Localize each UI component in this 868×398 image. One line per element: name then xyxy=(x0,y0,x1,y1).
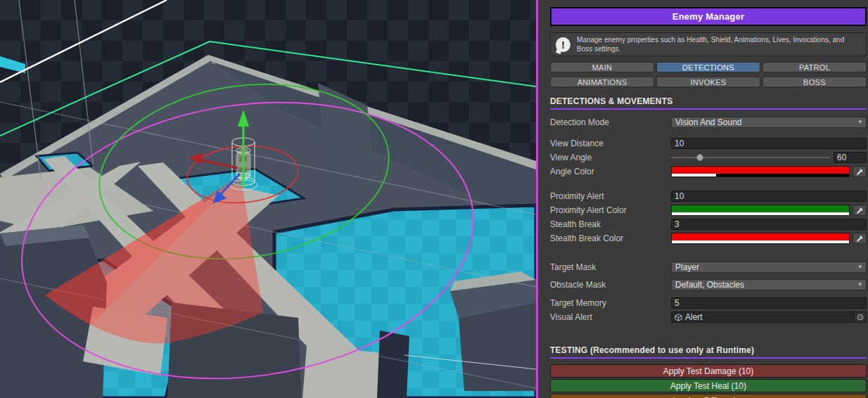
chevron-down-icon: ▾ xyxy=(858,281,862,288)
stealth-break-label: Stealth Break xyxy=(550,219,671,229)
target-memory-input[interactable]: 5 xyxy=(671,297,867,309)
view-angle-input[interactable]: 60 xyxy=(834,152,867,163)
row-visual-alert: Visual Alert Alert ⊙ xyxy=(550,312,867,323)
row-stealth-break-color: Stealth Break Color xyxy=(550,233,867,244)
inspector-panel: Enemy Manager ! Manage enemy properties … xyxy=(538,0,868,398)
row-proximity-alert: Proximity Alert 10 xyxy=(550,191,867,202)
angle-color-swatch[interactable] xyxy=(671,166,850,177)
tab-main[interactable]: MAIN xyxy=(550,62,654,72)
object-picker-icon[interactable]: ⊙ xyxy=(854,312,866,322)
detection-mode-label: Detection Mode xyxy=(550,117,671,127)
enemy-manager-title: Enemy Manager xyxy=(672,11,744,22)
proximity-alert-color-swatch[interactable] xyxy=(671,205,850,216)
view-distance-input[interactable]: 10 xyxy=(671,138,867,149)
chevron-down-icon: ▾ xyxy=(858,118,862,125)
row-target-mask: Target Mask Player ▾ xyxy=(550,262,867,273)
visual-alert-label: Visual Alert xyxy=(550,312,671,322)
apply-test-heal-button[interactable]: Apply Test Heal (10) xyxy=(550,379,867,392)
view-angle-label: View Angle xyxy=(550,153,671,162)
stealth-break-input[interactable]: 3 xyxy=(671,219,867,230)
row-target-memory: Target Memory 5 xyxy=(550,297,867,309)
help-box: ! Manage enemy properties such as Health… xyxy=(550,32,867,56)
row-detection-mode: Detection Mode Vision And Sound ▾ xyxy=(550,117,867,128)
enemy-manager-header: Enemy Manager xyxy=(550,7,867,26)
tab-detections[interactable]: DETECTIONS xyxy=(656,62,760,72)
section-underline xyxy=(550,108,867,110)
angle-color-label: Angle Color xyxy=(550,167,671,176)
target-memory-label: Target Memory xyxy=(550,298,671,308)
detection-mode-dropdown[interactable]: Vision And Sound ▾ xyxy=(671,117,867,128)
proximity-alert-label: Proximity Alert xyxy=(550,191,671,201)
row-obstacle-mask: Obstacle Mask Default, Obstacles ▾ xyxy=(550,279,867,290)
section-title-detections: DETECTIONS & MOVEMENTS xyxy=(550,96,867,106)
proximity-alert-color-label: Proximity Alert Color xyxy=(550,205,671,215)
tab-bar: MAIN DETECTIONS PATROL ANIMATIONS INVOKE… xyxy=(550,62,867,87)
view-distance-label: View Distance xyxy=(550,139,671,148)
tab-invokes[interactable]: INVOKES xyxy=(656,77,760,87)
row-proximity-alert-color: Proximity Alert Color xyxy=(550,205,867,216)
eyedropper-icon[interactable] xyxy=(853,233,867,244)
section-title-testing: TESTING (Recommended to use only at Runt… xyxy=(550,345,867,355)
proximity-alert-input[interactable]: 10 xyxy=(671,191,867,202)
prefab-cube-icon xyxy=(675,314,682,321)
scene-canvas xyxy=(0,0,536,398)
tab-patrol[interactable]: PATROL xyxy=(762,62,867,72)
view-angle-slider-handle[interactable] xyxy=(696,154,703,161)
row-stealth-break: Stealth Break 3 xyxy=(550,219,867,230)
target-mask-dropdown[interactable]: Player ▾ xyxy=(671,262,867,273)
visual-alert-object-field[interactable]: Alert ⊙ xyxy=(671,312,867,323)
row-view-distance: View Distance 10 xyxy=(550,138,867,149)
obstacle-mask-label: Obstacle Mask xyxy=(550,280,671,290)
tab-animations[interactable]: ANIMATIONS xyxy=(550,77,654,87)
obstacle-mask-dropdown[interactable]: Default, Obstacles ▾ xyxy=(671,279,867,290)
section-underline xyxy=(550,357,867,359)
apply-test-damage-button[interactable]: Apply Test Damage (10) xyxy=(550,364,867,378)
eyedropper-icon[interactable] xyxy=(853,166,867,177)
scene-view[interactable] xyxy=(0,0,536,398)
help-text: Manage enemy properties such as Health, … xyxy=(577,35,860,53)
target-mask-label: Target Mask xyxy=(550,262,671,272)
stealth-break-color-label: Stealth Break Color xyxy=(550,233,671,243)
eyedropper-icon[interactable] xyxy=(853,205,867,216)
invoke-enemies-button[interactable]: Invoke x5 Enemies xyxy=(550,394,867,398)
info-icon: ! xyxy=(556,37,570,52)
row-angle-color: Angle Color xyxy=(550,166,867,177)
stealth-break-color-swatch[interactable] xyxy=(671,233,850,244)
view-angle-slider[interactable] xyxy=(671,152,830,163)
tab-boss[interactable]: BOSS xyxy=(762,77,867,87)
unity-editor-window: Enemy Manager ! Manage enemy properties … xyxy=(0,0,868,398)
row-view-angle: View Angle 60 xyxy=(550,152,867,163)
chevron-down-icon: ▾ xyxy=(858,263,862,270)
